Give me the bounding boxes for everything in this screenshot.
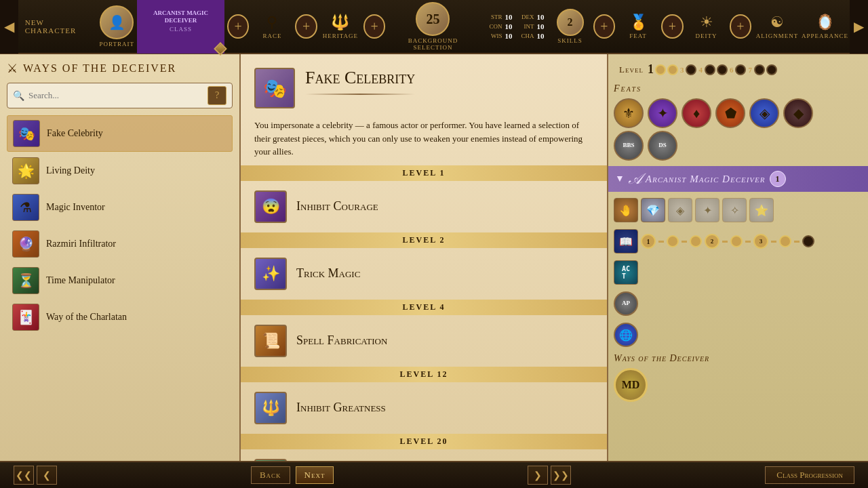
prog-icon-book[interactable]: 📖 bbox=[614, 229, 638, 253]
prog-icon-crystal[interactable]: 💎 bbox=[641, 198, 665, 222]
level-dot-8[interactable] bbox=[754, 64, 765, 75]
feat-icon-6[interactable]: ◆ bbox=[783, 98, 813, 128]
prog-icon-star[interactable]: ⭐ bbox=[749, 198, 774, 222]
ability-scores-group[interactable]: STR 10 DEX 10 CON 10 INT 10 WIS 10 CHA 1… bbox=[478, 10, 550, 43]
class-section-header: ▼ 𝒜 Arcanist Magic Deceiver 1 bbox=[608, 166, 868, 192]
appearance-label: Appearance bbox=[802, 33, 848, 39]
prog-icon-hand[interactable]: 🤚 bbox=[614, 198, 638, 222]
add-deity-button[interactable]: + bbox=[730, 14, 752, 39]
nav-item-deity[interactable]: ☀ Deity bbox=[686, 0, 727, 54]
prog-node-f4 bbox=[779, 235, 791, 247]
wis-label: WIS bbox=[484, 33, 502, 39]
feat-badge-bbs[interactable]: BBS bbox=[614, 131, 644, 161]
list-item-time-manipulator[interactable]: ⏳ Time Manipulator bbox=[7, 263, 233, 298]
nav-item-heritage[interactable]: 🔱 Heritage bbox=[320, 0, 361, 54]
class-name-label: Arcanist Magic Deceiver bbox=[141, 9, 220, 24]
add-race-button[interactable]: + bbox=[295, 14, 317, 39]
class-collapse-button[interactable]: ▼ bbox=[615, 174, 625, 184]
feat-icon-3[interactable]: ♦ bbox=[682, 98, 711, 128]
prog-icon-spark[interactable]: ✧ bbox=[722, 198, 747, 222]
center-panel: 🎭 Fake Celebrity You impersonate a celeb… bbox=[241, 54, 607, 461]
list-item-label-razmiri-infiltrator: Razmiri Infiltrator bbox=[46, 239, 116, 249]
ability-header: 🎭 Fake Celebrity bbox=[254, 68, 593, 108]
feat-icon-2[interactable]: ✦ bbox=[648, 98, 677, 128]
nav-item-alignment[interactable]: ☯ Alignment bbox=[754, 0, 800, 54]
add-feat-button[interactable]: + bbox=[661, 14, 684, 39]
prog-line-3 bbox=[722, 241, 728, 243]
level-dot-7[interactable] bbox=[735, 64, 746, 75]
ability-row-inhibit-courage[interactable]: 😨 Inhibit Courage bbox=[254, 185, 593, 228]
nav-item-class[interactable]: Arcanist Magic Deceiver Class bbox=[137, 0, 224, 54]
level-header: Level 13467 bbox=[614, 60, 863, 79]
prog-icon-ap[interactable]: AP bbox=[614, 291, 638, 316]
prog-node-f2 bbox=[690, 235, 702, 247]
add-heritage-button[interactable]: + bbox=[363, 14, 386, 39]
bottom-prev-arrow[interactable]: ❮ bbox=[37, 466, 57, 485]
nav-item-new-character[interactable]: New Character bbox=[18, 16, 97, 37]
prog-icon-world[interactable]: 🌐 bbox=[614, 323, 638, 347]
search-help-button[interactable]: ? bbox=[208, 86, 226, 105]
nav-item-background[interactable]: 25 Background Selection bbox=[388, 0, 477, 54]
cha-value: 10 bbox=[537, 32, 545, 40]
nav-item-feat[interactable]: 🏅 Feat bbox=[618, 0, 658, 54]
list-item-fake-celebrity[interactable]: 🎭 Fake Celebrity bbox=[7, 115, 233, 152]
ability-row-trick-magic[interactable]: ✨ Trick Magic bbox=[254, 252, 593, 296]
feat-icon-1[interactable]: ⚜ bbox=[614, 98, 644, 128]
feat-icon-5[interactable]: ◈ bbox=[749, 98, 779, 128]
class-progression-button[interactable]: Class Progression bbox=[765, 466, 854, 484]
search-input[interactable] bbox=[28, 90, 203, 101]
ability-row-inhibit-heroics[interactable]: ⚔ Inhibit Heroics bbox=[254, 453, 593, 462]
feats-section: Feats ⚜ ✦ ♦ ⬟ ◈ ◆ BBS DS bbox=[614, 83, 863, 161]
back-button[interactable]: Back bbox=[251, 466, 290, 484]
level-dot-9[interactable] bbox=[766, 64, 777, 75]
ability-row-icon: 📜 bbox=[254, 325, 287, 357]
prog-node-f3 bbox=[730, 235, 743, 247]
prog-icon-gem[interactable]: ◈ bbox=[668, 198, 692, 222]
ability-row-inhibit-greatness[interactable]: 🔱 Inhibit Greatness bbox=[254, 386, 593, 430]
list-item-icon-living-deity: 🌟 bbox=[12, 157, 39, 184]
feat-badge-ds[interactable]: DS bbox=[648, 131, 677, 161]
prog-node-3: 3 bbox=[753, 234, 768, 249]
list-item-way-of-charlatan[interactable]: 🃏 Way of the Charlatan bbox=[7, 300, 233, 335]
ability-row-spell-fabrication[interactable]: 📜 Spell Fabrication bbox=[254, 319, 593, 363]
nav-item-appearance[interactable]: 🪞 Appearance bbox=[800, 0, 850, 54]
level-dot-4[interactable] bbox=[686, 64, 696, 75]
prog-icon-act[interactable]: ACT bbox=[614, 260, 638, 285]
level-dot-6[interactable] bbox=[717, 64, 728, 75]
prog-icon-rune[interactable]: ✦ bbox=[695, 198, 719, 222]
ability-row-name: Inhibit Courage bbox=[296, 199, 378, 214]
level-dot-2[interactable] bbox=[655, 64, 666, 75]
list-item-magic-inventor[interactable]: ⚗ Magic Inventor bbox=[7, 190, 233, 225]
list-item-razmiri-infiltrator[interactable]: 🔮 Razmiri Infiltrator bbox=[7, 226, 233, 262]
panel-title: ⚔ Ways of the Deceiver bbox=[7, 61, 233, 76]
level-numbers: 13467 bbox=[648, 62, 777, 77]
list-item-living-deity[interactable]: 🌟 Living Deity bbox=[7, 153, 233, 188]
feat-icon-4[interactable]: ⬟ bbox=[715, 98, 745, 128]
bottom-last-arrow[interactable]: ❯❯ bbox=[551, 466, 571, 485]
nav-item-portrait[interactable]: 👤 Portrait bbox=[96, 0, 137, 54]
right-panel: Level 13467 Feats ⚜ ✦ ♦ ⬟ ◈ ◆ BBS DS bbox=[607, 54, 868, 461]
add-skills-button[interactable]: + bbox=[593, 14, 616, 39]
panel-title-icon: ⚔ bbox=[7, 61, 19, 76]
search-bar[interactable]: 🔍 ? bbox=[7, 83, 233, 108]
ways-section-title: Ways of the Deceiver bbox=[614, 353, 863, 364]
abilities-list: Level 1 😨 Inhibit Courage Level 2 ✨ Tric… bbox=[254, 165, 593, 462]
prog-node-e1 bbox=[802, 235, 814, 247]
ways-section: Ways of the Deceiver MD bbox=[614, 353, 863, 402]
class-tab-label: Class bbox=[170, 26, 192, 33]
nav-item-skills[interactable]: 2 Skills bbox=[550, 0, 591, 54]
ability-row-icon: ✨ bbox=[254, 258, 287, 290]
nav-item-race[interactable]: ⚲ Race bbox=[252, 0, 292, 54]
nav-next-arrow[interactable]: ▶ bbox=[850, 0, 868, 54]
bottom-first-arrow[interactable]: ❮❮ bbox=[14, 466, 34, 485]
ability-row-name: Spell Fabrication bbox=[296, 333, 387, 348]
level-dot-3[interactable] bbox=[667, 64, 678, 75]
next-button[interactable]: Next bbox=[296, 466, 334, 484]
bottom-next-arrow[interactable]: ❯ bbox=[528, 466, 548, 485]
list-item-icon-way-of-charlatan: 🃏 bbox=[12, 304, 39, 331]
nav-prev-arrow[interactable]: ◀ bbox=[0, 0, 18, 54]
level-banner-level12: Level 12 bbox=[241, 367, 607, 382]
level-dot-5[interactable] bbox=[705, 64, 715, 75]
ways-badge-icon[interactable]: MD bbox=[614, 368, 648, 402]
add-class-button[interactable]: + bbox=[227, 14, 250, 39]
